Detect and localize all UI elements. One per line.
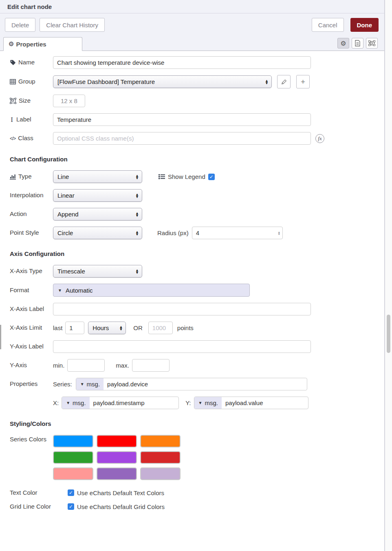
delete-button[interactable]: Delete <box>5 18 35 32</box>
y-prop-chip[interactable]: ▼ msg. <box>194 397 222 409</box>
fx-icon: fx <box>315 134 324 143</box>
grid-color-checkbox[interactable]: ✓ <box>68 503 74 510</box>
left-scroll-indicator <box>0 325 1 349</box>
max-text: max. <box>116 362 129 369</box>
series-prop-chip[interactable]: ▼ msg. <box>76 378 104 390</box>
label-input[interactable] <box>53 113 311 126</box>
appearance-tab-button[interactable] <box>366 38 378 48</box>
point-style-label: Point Style <box>10 229 39 237</box>
format-dropdown[interactable]: ▼ Automatic <box>53 284 250 297</box>
series-color-swatch[interactable] <box>97 435 137 447</box>
size-row: Size 12 x 8 <box>10 95 376 107</box>
x-axis-type-select[interactable]: Timescale ▲▼ <box>53 265 142 278</box>
chevron-down-icon: ▼ <box>58 288 62 293</box>
series-color-swatch[interactable] <box>97 467 137 480</box>
series-color-swatch[interactable] <box>53 435 93 447</box>
properties-tab-button[interactable]: ⚙ <box>337 38 349 48</box>
series-color-swatch[interactable] <box>97 451 137 464</box>
series-color-swatch[interactable] <box>140 435 181 447</box>
select-arrows-icon: ▲▼ <box>116 326 123 331</box>
dialog-header: Edit chart node <box>0 0 384 13</box>
class-input[interactable] <box>53 132 311 145</box>
show-legend-label: Show Legend <box>168 173 205 180</box>
scrollbar-thumb[interactable] <box>387 315 390 353</box>
select-arrows-icon: ▲▼ <box>132 269 139 274</box>
select-arrows-icon: ▲▼ <box>132 231 139 236</box>
select-arrows-icon: ▲▼ <box>132 174 139 179</box>
label-row: I Label <box>10 113 376 126</box>
clear-chart-history-button[interactable]: Clear Chart History <box>40 18 105 32</box>
series-typed-input[interactable]: ▼ msg. payload.device <box>76 378 307 390</box>
x-axis-limit-label-group: X-Axis Limit <box>10 324 53 332</box>
axis-configuration-heading: Axis Configuration <box>10 250 376 257</box>
interpolation-row: Interpolation Linear ▲▼ <box>10 189 376 202</box>
tab-icon-buttons: ⚙ <box>337 38 384 48</box>
y-axis-row: Y-Axis min. max. <box>10 359 376 372</box>
interpolation-label: Interpolation <box>10 192 44 199</box>
x-axis-limit-value-input[interactable] <box>65 322 84 334</box>
radius-input-wrap: ▴▾ <box>192 227 283 239</box>
size-label: Size <box>19 97 31 105</box>
text-color-checkbox[interactable]: ✓ <box>68 489 74 496</box>
scrollbar-track[interactable] <box>385 0 392 551</box>
legend-icon <box>159 174 165 179</box>
y-axis-label-label: Y-Axis Label <box>10 343 44 350</box>
group-select[interactable]: [FlowFuse Dashboard] Temperature ▲▼ <box>53 75 272 88</box>
x-value: payload.timestamp <box>90 399 148 406</box>
done-button[interactable]: Done <box>350 18 379 32</box>
dialog-title: Edit chart node <box>7 3 52 10</box>
tab-properties-label: Properties <box>16 41 46 48</box>
x-axis-limit-row: X-Axis Limit last Hours ▲▼ OR points <box>10 322 376 334</box>
series-color-swatch[interactable] <box>53 467 93 480</box>
name-input[interactable] <box>53 56 311 69</box>
x-axis-limit-points-input[interactable] <box>148 322 173 334</box>
interpolation-select-value: Linear <box>57 192 75 199</box>
edit-group-button[interactable] <box>277 75 291 88</box>
size-button[interactable]: 12 x 8 <box>53 95 85 107</box>
text-color-checkbox-group: ✓ Use eCharts Default Text Colors <box>68 489 164 496</box>
type-row: Type Line ▲▼ Show Legend ✓ <box>10 170 376 183</box>
cancel-button[interactable]: Cancel <box>312 18 344 32</box>
dialog-toolbar: Delete Clear Chart History Cancel Done <box>0 13 384 37</box>
y-typed-input[interactable]: ▼ msg. payload.value <box>194 397 308 409</box>
y-axis-label-input[interactable] <box>53 340 311 353</box>
class-label-group: </> Class <box>10 134 53 142</box>
tab-properties[interactable]: ⚙ Properties <box>3 37 82 51</box>
x-prop-chip[interactable]: ▼ msg. <box>62 397 89 409</box>
format-dropdown-value: Automatic <box>66 287 93 294</box>
type-label: Type <box>18 173 32 181</box>
x-axis-type-select-value: Timescale <box>57 268 85 275</box>
interpolation-select[interactable]: Linear ▲▼ <box>53 189 142 202</box>
y-axis-min-input[interactable] <box>67 359 105 372</box>
name-row: Name <box>10 56 376 69</box>
pencil-icon <box>281 79 287 85</box>
x-text: X: <box>53 399 59 406</box>
x-axis-type-row: X-Axis Type Timescale ▲▼ <box>10 265 376 278</box>
radius-input[interactable] <box>192 227 283 239</box>
series-color-swatch[interactable] <box>140 467 181 480</box>
x-axis-limit-unit-select[interactable]: Hours ▲▼ <box>88 322 126 334</box>
stepper-icon[interactable]: ▴▾ <box>278 231 280 235</box>
label-label-group: I Label <box>10 116 53 124</box>
series-color-swatch[interactable] <box>140 451 181 464</box>
y-prop-label: msg. <box>205 399 218 406</box>
object-group-icon <box>10 98 16 104</box>
x-typed-input[interactable]: ▼ msg. payload.timestamp <box>62 397 179 409</box>
show-legend-checkbox[interactable]: ✓ <box>208 174 215 180</box>
x-axis-label-input[interactable] <box>53 303 311 315</box>
action-label-group: Action <box>10 210 53 218</box>
description-tab-button[interactable] <box>352 38 363 48</box>
action-select[interactable]: Append ▲▼ <box>53 208 142 220</box>
point-style-select-value: Circle <box>57 229 73 236</box>
type-select[interactable]: Line ▲▼ <box>53 170 142 183</box>
y-axis-label: Y-Axis <box>10 361 27 369</box>
grid-color-row: Grid Line Color ✓ Use eCharts Default Gr… <box>10 503 376 511</box>
y-axis-max-input[interactable] <box>132 359 170 372</box>
x-axis-label-row: X-Axis Label <box>10 303 376 315</box>
group-select-value: [FlowFuse Dashboard] Temperature <box>57 78 155 85</box>
y-axis-label-label-group: Y-Axis Label <box>10 343 53 350</box>
series-color-swatch[interactable] <box>53 451 93 464</box>
class-row: </> Class fx <box>10 132 376 145</box>
add-group-button[interactable]: + <box>296 75 310 88</box>
point-style-select[interactable]: Circle ▲▼ <box>53 227 142 239</box>
